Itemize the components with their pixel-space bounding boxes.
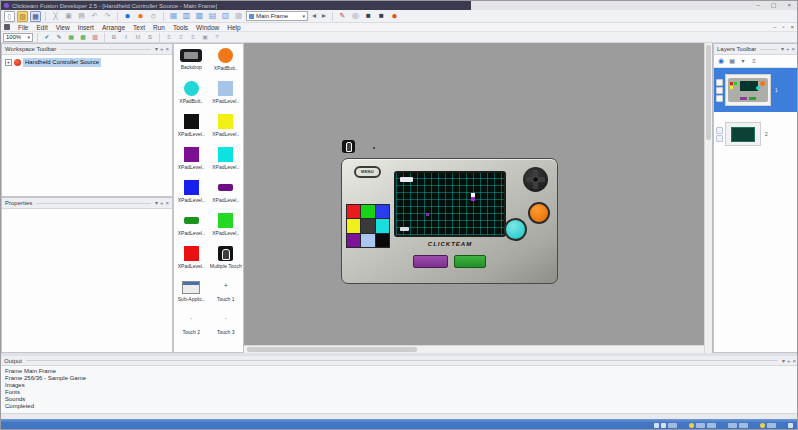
object-item-touch-1[interactable]: + Touch 1 [209, 276, 244, 309]
purple-bar-button[interactable] [413, 255, 448, 268]
pad-lightblue[interactable] [361, 234, 374, 247]
grid-color-icon[interactable]: ▥ [90, 33, 100, 42]
orange-round-button[interactable] [528, 202, 550, 224]
wireframe-icon[interactable] [716, 95, 723, 102]
italic-icon[interactable]: I [121, 33, 131, 42]
text-color-icon[interactable]: ▣ [200, 33, 210, 42]
frame-editor-canvas[interactable]: MENU [244, 43, 704, 345]
object-item-touch-2[interactable]: · Touch 2 [174, 309, 209, 342]
pad-purple[interactable] [347, 234, 360, 247]
menu-edit[interactable]: Edit [32, 23, 51, 32]
scrollbar-thumb[interactable] [247, 347, 417, 352]
strikethrough-icon[interactable]: S [145, 33, 155, 42]
pad-green[interactable] [361, 205, 374, 218]
touch-point-object[interactable] [373, 147, 375, 149]
magnifier-icon[interactable]: ◉ [717, 57, 725, 65]
canvas-vertical-scrollbar[interactable] [704, 43, 712, 353]
eye-icon[interactable] [716, 79, 723, 86]
object-item-xpad-button[interactable]: XPadButt.. [174, 78, 209, 111]
object-item-xpad-level[interactable]: XPadLevel.. [174, 210, 209, 243]
layer-row-2[interactable]: 2 [714, 112, 798, 156]
menu-view[interactable]: View [52, 23, 74, 32]
cyan-round-button[interactable] [504, 218, 527, 241]
child-minimize-button[interactable]: – [773, 24, 776, 30]
pin-icon[interactable]: + [160, 44, 164, 54]
color-pad-grid[interactable] [346, 204, 390, 248]
layer-row-1[interactable]: 1 [714, 68, 798, 112]
enemy-dot[interactable] [426, 213, 429, 216]
object-item-touch-3[interactable]: · Touch 3 [209, 309, 244, 342]
menu-oval-button[interactable]: MENU [354, 166, 381, 178]
visibility-icon[interactable]: ▾ [739, 57, 747, 65]
zoom-selector[interactable]: 100% ▾ [3, 33, 33, 42]
open-icon[interactable]: ▨ [17, 11, 28, 22]
close-button[interactable]: × [787, 1, 791, 10]
frame-editor-icon[interactable]: ▥ [181, 11, 192, 22]
pad-black[interactable] [376, 234, 389, 247]
game-screen[interactable] [394, 171, 506, 237]
frame-window-icon[interactable] [4, 24, 10, 30]
block-tool2-icon[interactable]: ■ [376, 11, 387, 22]
pad-red[interactable] [347, 205, 360, 218]
menu-arrange[interactable]: Arrange [98, 23, 129, 32]
collapse-icon[interactable]: ▾ [782, 356, 785, 366]
tree-item-label[interactable]: Handheld Controller Source [23, 58, 101, 67]
underline-icon[interactable]: U [133, 33, 143, 42]
data-elements-icon[interactable]: ▨ [233, 11, 244, 22]
pad-yellow[interactable] [347, 219, 360, 232]
menu-file[interactable]: File [14, 23, 32, 32]
save-icon[interactable]: ▦ [30, 11, 41, 22]
object-item-xpad-level[interactable]: XPadLevel.. [209, 111, 244, 144]
object-item-xpad-level[interactable]: XPadLevel.. [209, 144, 244, 177]
close-icon[interactable]: × [165, 198, 169, 208]
align-center-icon[interactable]: ≡ [176, 33, 186, 42]
object-item-backdrop[interactable]: Backdrop [174, 45, 209, 78]
menu-tools[interactable]: Tools [169, 23, 192, 32]
menu-run[interactable]: Run [149, 23, 169, 32]
new-layer-icon[interactable]: ▦ [728, 57, 736, 65]
menu-help[interactable]: Help [223, 23, 244, 32]
pad-dark[interactable] [361, 219, 374, 232]
run-application-icon[interactable]: ● [135, 11, 146, 22]
child-restore-button[interactable]: ▫ [782, 24, 784, 30]
scrollbar-thumb[interactable] [706, 45, 711, 140]
close-icon[interactable]: × [792, 356, 796, 366]
green-bar-button[interactable] [454, 255, 486, 268]
edit-pen-icon[interactable]: ✎ [54, 33, 64, 42]
object-item-xpad-button[interactable]: XPadButt.. [209, 45, 244, 78]
tree-expander-icon[interactable]: + [5, 59, 12, 66]
layer-thumbnail[interactable] [725, 122, 761, 146]
lock-icon[interactable]: ≡ [750, 57, 758, 65]
next-frame-icon[interactable]: ▸ [320, 11, 328, 22]
layer-thumbnail[interactable] [725, 74, 771, 106]
object-item-xpad-level[interactable]: XPadLevel.. [174, 243, 209, 276]
pin-icon[interactable]: + [160, 198, 164, 208]
object-item-xpad-level[interactable]: XPadLevel.. [209, 78, 244, 111]
menu-window[interactable]: Window [192, 23, 223, 32]
pad-cyan[interactable] [376, 219, 389, 232]
close-icon[interactable]: × [165, 44, 169, 54]
collapse-icon[interactable]: ▾ [155, 44, 158, 54]
event-editor-icon[interactable]: ▩ [194, 11, 205, 22]
object-item-multiple-touch[interactable]: Multiple Touch [209, 243, 244, 276]
pen-icon[interactable]: ✎ [337, 11, 348, 22]
canvas-horizontal-scrollbar[interactable] [244, 345, 704, 353]
player-sprite[interactable] [471, 193, 475, 201]
collapse-icon[interactable]: ▾ [155, 198, 158, 208]
previous-frame-icon[interactable]: ◂ [310, 11, 318, 22]
close-icon[interactable]: × [791, 44, 795, 54]
cut-icon[interactable]: ╳ [50, 11, 61, 22]
new-icon[interactable]: ▯ [4, 11, 15, 22]
pin-icon[interactable]: + [786, 44, 790, 54]
pin-icon[interactable]: + [787, 356, 791, 366]
align-right-icon[interactable]: ≡ [188, 33, 198, 42]
grid-snap-icon[interactable]: ▩ [78, 33, 88, 42]
multiple-touch-object[interactable] [342, 140, 355, 153]
object-item-xpad-level[interactable]: XPadLevel.. [174, 111, 209, 144]
frame-selector[interactable]: Main Frame ▾ [246, 11, 308, 21]
paste-icon[interactable]: ▤ [76, 11, 87, 22]
minimize-button[interactable]: – [756, 1, 759, 10]
help-icon[interactable]: ? [212, 33, 222, 42]
undo-icon[interactable]: ↶ [89, 11, 100, 22]
lock-icon[interactable] [716, 87, 723, 94]
